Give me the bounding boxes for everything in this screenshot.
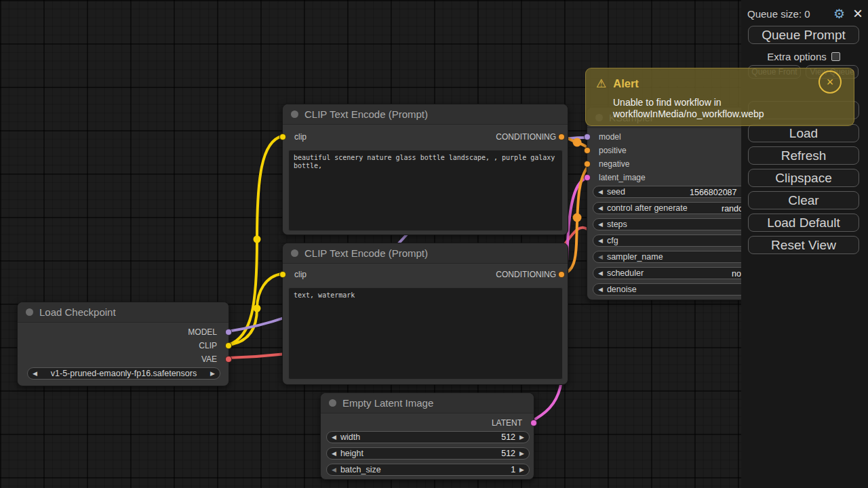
alert-toast: ⚠ Alert Unable to find workflow in workf… xyxy=(585,68,854,126)
node-load-checkpoint[interactable]: Load Checkpoint MODEL CLIP VAE ◀ v1-5-pr… xyxy=(17,302,229,386)
reset-view-button[interactable]: Reset View xyxy=(748,236,859,254)
stepper-left-icon[interactable]: ◀ xyxy=(598,287,603,293)
queue-prompt-button[interactable]: Queue Prompt xyxy=(748,26,859,44)
batch-size-widget[interactable]: ◀ batch_size 1 ▶ xyxy=(326,464,530,476)
widget-label: width xyxy=(340,432,360,442)
wire-dot xyxy=(254,236,261,243)
stepper-right-icon[interactable]: ▶ xyxy=(210,371,215,377)
node-title: CLIP Text Encode (Prompt) xyxy=(304,108,428,120)
stepper-right-icon[interactable]: ▶ xyxy=(519,451,524,457)
vae-output-port[interactable] xyxy=(225,356,232,363)
clip-output-label: CLIP xyxy=(199,341,217,350)
latent-image-input-label: latent_image xyxy=(599,173,646,182)
close-menu-icon[interactable]: × xyxy=(853,7,863,20)
stepper-right-icon[interactable]: ▶ xyxy=(519,434,524,441)
stepper-left-icon[interactable]: ◀ xyxy=(332,451,336,457)
node-collapse-dot[interactable] xyxy=(329,399,336,407)
node-collapse-dot[interactable] xyxy=(291,110,298,118)
load-default-button[interactable]: Load Default xyxy=(748,214,859,232)
height-widget[interactable]: ◀ height 512 ▶ xyxy=(326,447,530,460)
wire-dot xyxy=(254,305,261,312)
latent-output-port[interactable] xyxy=(530,420,537,426)
wire-dot xyxy=(573,214,582,222)
widget-value: 512 xyxy=(501,449,515,458)
widget-label: scheduler xyxy=(607,268,644,278)
ckpt-name-value: v1-5-pruned-emaonly-fp16.safetensors xyxy=(37,369,210,378)
stepper-left-icon[interactable]: ◀ xyxy=(33,371,37,377)
widget-label: steps xyxy=(607,220,627,229)
stepper-left-icon[interactable]: ◀ xyxy=(332,467,336,473)
node-header[interactable]: Empty Latent Image xyxy=(321,393,534,413)
stepper-left-icon[interactable]: ◀ xyxy=(598,238,603,244)
clip-input-port[interactable] xyxy=(279,271,286,278)
wire-dot xyxy=(573,138,582,147)
extra-options-label: Extra options xyxy=(767,51,827,62)
widget-value: 512 xyxy=(501,432,515,442)
stepper-left-icon[interactable]: ◀ xyxy=(598,189,603,195)
node-title: Empty Latent Image xyxy=(342,397,433,409)
stepper-left-icon[interactable]: ◀ xyxy=(598,205,603,211)
settings-gear-icon[interactable]: ⚙ xyxy=(833,6,845,22)
widget-value: 1566802087 xyxy=(690,187,737,198)
model-output-label: MODEL xyxy=(188,327,217,337)
refresh-button[interactable]: Refresh xyxy=(748,146,859,165)
conditioning-output-port[interactable] xyxy=(558,134,565,140)
clipspace-button[interactable]: Clipspace xyxy=(748,169,859,187)
positive-input-port[interactable] xyxy=(584,147,591,154)
extra-options-checkbox[interactable] xyxy=(831,52,840,61)
negative-input-port[interactable] xyxy=(584,161,591,167)
widget-label: sampler_name xyxy=(607,252,663,262)
model-input-port[interactable] xyxy=(584,134,591,140)
prompt-textarea[interactable]: beautiful scenery nature glass bottle la… xyxy=(288,150,563,231)
widget-label: seed xyxy=(607,187,625,197)
node-clip-text-encode-negative[interactable]: CLIP Text Encode (Prompt) clip CONDITION… xyxy=(282,243,568,385)
negative-input-label: negative xyxy=(599,159,629,169)
warning-icon: ⚠ xyxy=(596,77,606,91)
model-output-port[interactable] xyxy=(225,329,232,336)
queue-size-label: Queue size: 0 xyxy=(747,8,810,20)
model-input-label: model xyxy=(599,132,621,142)
stepper-left-icon[interactable]: ◀ xyxy=(598,222,603,228)
widget-label: height xyxy=(340,449,363,458)
widget-label: cfg xyxy=(607,236,618,245)
clip-input-label: clip xyxy=(294,132,307,142)
widget-label: denoise xyxy=(607,285,637,294)
alert-message-line: workflowInMedia/no_workflow.webp xyxy=(613,108,764,120)
prompt-textarea[interactable]: text, watermark xyxy=(288,287,563,380)
clip-input-port[interactable] xyxy=(279,134,286,140)
latent-image-input-port[interactable] xyxy=(584,174,591,181)
node-header[interactable]: Load Checkpoint xyxy=(18,302,229,323)
node-collapse-dot[interactable] xyxy=(26,308,33,316)
node-title: CLIP Text Encode (Prompt) xyxy=(304,247,428,259)
node-empty-latent-image[interactable]: Empty Latent Image LATENT ◀ width 512 ▶ … xyxy=(320,392,534,480)
node-header[interactable]: CLIP Text Encode (Prompt) xyxy=(283,104,568,125)
conditioning-output-port[interactable] xyxy=(558,271,565,278)
load-button[interactable]: Load xyxy=(748,124,859,142)
vae-output-label: VAE xyxy=(201,354,217,364)
conditioning-output-label: CONDITIONING xyxy=(496,270,556,279)
clear-button[interactable]: Clear xyxy=(748,191,859,209)
alert-title: Alert xyxy=(613,77,639,90)
width-widget[interactable]: ◀ width 512 ▶ xyxy=(326,431,530,443)
node-collapse-dot[interactable] xyxy=(291,249,298,257)
latent-output-label: LATENT xyxy=(492,418,522,428)
alert-message-line: Unable to find workflow in xyxy=(613,97,764,108)
widget-label: control after generate xyxy=(607,203,688,213)
widget-value: 1 xyxy=(511,465,515,474)
node-clip-text-encode-positive[interactable]: CLIP Text Encode (Prompt) clip CONDITION… xyxy=(282,104,568,235)
alert-message: Unable to find workflow in workflowInMed… xyxy=(613,97,764,120)
node-title: Load Checkpoint xyxy=(39,306,116,318)
stepper-left-icon[interactable]: ◀ xyxy=(598,270,603,277)
node-header[interactable]: CLIP Text Encode (Prompt) xyxy=(283,243,568,264)
stepper-left-icon[interactable]: ◀ xyxy=(598,254,603,260)
alert-close-button[interactable]: × xyxy=(818,70,842,94)
comfyui-app: CLIP Text Encode (Prompt) clip CONDITION… xyxy=(0,0,868,488)
ckpt-name-widget[interactable]: ◀ v1-5-pruned-emaonly-fp16.safetensors ▶ xyxy=(27,367,220,380)
conditioning-output-label: CONDITIONING xyxy=(496,132,556,142)
positive-input-label: positive xyxy=(599,146,627,155)
clip-output-port[interactable] xyxy=(225,342,232,349)
widget-label: batch_size xyxy=(340,465,381,474)
stepper-left-icon[interactable]: ◀ xyxy=(332,434,336,441)
stepper-right-icon[interactable]: ▶ xyxy=(519,467,524,473)
clip-input-label: clip xyxy=(294,270,307,279)
